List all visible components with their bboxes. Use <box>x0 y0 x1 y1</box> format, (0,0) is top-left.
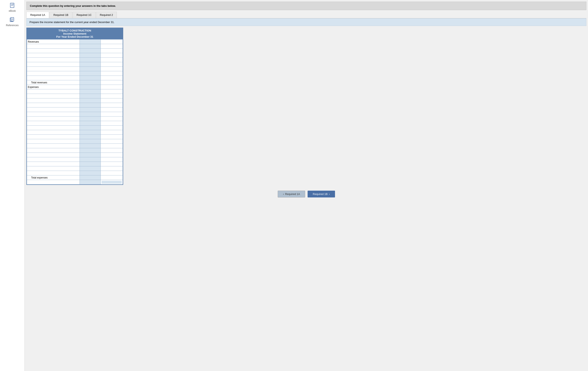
exp-val-input-13[interactable] <box>81 144 100 147</box>
table-row <box>27 162 123 166</box>
next-label: Required 1B <box>313 193 328 196</box>
rev-label-input-3[interactable] <box>31 54 79 57</box>
total-rev-res <box>101 80 123 85</box>
rev-val-1 <box>80 44 101 49</box>
exp-label-input-13[interactable] <box>31 144 79 147</box>
table-row <box>27 94 123 98</box>
rev-label-6 <box>27 67 80 71</box>
rev-label-input-2[interactable] <box>31 49 79 52</box>
rev-val-input-3[interactable] <box>81 54 100 57</box>
tab-required-1b[interactable]: Required 1B <box>49 12 72 18</box>
rev-label-input-4[interactable] <box>31 59 79 61</box>
exp-val-input-16[interactable] <box>81 158 100 161</box>
tab-required-1c[interactable]: Required 1C <box>73 12 95 18</box>
exp-val-input-2[interactable] <box>81 95 100 98</box>
exp-val-input-7[interactable] <box>81 117 100 120</box>
exp-val-input-19[interactable] <box>81 172 100 175</box>
table-row <box>27 171 123 175</box>
exp-label-input-14[interactable] <box>31 149 79 152</box>
tab-required-1a[interactable]: Required 1A <box>26 12 49 18</box>
revenues-header-row: Revenues <box>27 40 123 44</box>
table-row <box>27 103 123 107</box>
exp-val-input-10[interactable] <box>81 131 100 134</box>
svg-rect-0 <box>10 3 14 8</box>
exp-label-input-2[interactable] <box>31 95 79 98</box>
rev-label-2 <box>27 49 80 53</box>
rev-label-input-7[interactable] <box>31 72 79 75</box>
prev-label: Required 1A <box>285 193 300 196</box>
exp-val-input-3[interactable] <box>81 99 100 102</box>
exp-label-input-10[interactable] <box>31 131 79 134</box>
rev-label-input-5[interactable] <box>31 63 79 66</box>
exp-val-input-8[interactable] <box>81 122 100 125</box>
net-income-res-input[interactable] <box>102 181 122 184</box>
total-rev-input[interactable] <box>81 81 100 84</box>
rev-label-input-8[interactable] <box>31 77 79 80</box>
rev-val-input-5[interactable] <box>81 63 100 66</box>
rev-val-input-2[interactable] <box>81 49 100 52</box>
exp-val-input-6[interactable] <box>81 113 100 116</box>
rev-val-input-1[interactable] <box>81 45 100 48</box>
table-row <box>27 98 123 103</box>
exp-col3-header <box>101 85 123 89</box>
exp-label-input-11[interactable] <box>31 135 79 138</box>
rev-val-input-4[interactable] <box>81 59 100 61</box>
rev-val-input-6[interactable] <box>81 68 100 70</box>
table-row <box>27 49 123 53</box>
references-icon <box>9 16 16 23</box>
rev-val-3 <box>80 53 101 58</box>
rev-val-2 <box>80 49 101 53</box>
exp-label-input-5[interactable] <box>31 108 79 111</box>
exp-label-input-4[interactable] <box>31 104 79 107</box>
exp-val-input-12[interactable] <box>81 140 100 143</box>
exp-label-input-15[interactable] <box>31 154 79 156</box>
table-row <box>27 121 123 126</box>
exp-label-input-7[interactable] <box>31 117 79 120</box>
exp-label-input-8[interactable] <box>31 122 79 125</box>
exp-label-input-6[interactable] <box>31 113 79 116</box>
exp-label-input-9[interactable] <box>31 126 79 129</box>
exp-label-input-3[interactable] <box>31 99 79 102</box>
exp-val-input-15[interactable] <box>81 154 100 156</box>
exp-label-input-17[interactable] <box>31 163 79 165</box>
rev-label-input-1[interactable] <box>31 45 79 48</box>
exp-label-input-19[interactable] <box>31 172 79 175</box>
total-expenses-row: Total expenses <box>27 175 123 180</box>
prev-button[interactable]: ‹ Required 1A <box>278 191 305 197</box>
net-income-val-input[interactable] <box>81 181 100 184</box>
exp-label-input-1[interactable] <box>31 90 79 93</box>
table-row <box>27 126 123 130</box>
tab-required-2[interactable]: Required 2 <box>96 12 117 18</box>
exp-val-input-11[interactable] <box>81 135 100 138</box>
rev-label-input-6[interactable] <box>31 68 79 70</box>
exp-val-input-5[interactable] <box>81 108 100 111</box>
exp-label-input-16[interactable] <box>31 158 79 161</box>
revenues-label: Revenues <box>27 40 80 44</box>
net-income-label-input[interactable] <box>31 181 79 184</box>
revenues-col2-header <box>80 40 101 44</box>
rev-val-input-8[interactable] <box>81 77 100 80</box>
rev-label-5 <box>27 62 80 67</box>
exp-col2-header <box>80 85 101 89</box>
svg-rect-5 <box>11 18 14 21</box>
expenses-label: Expenses <box>27 85 80 89</box>
rev-res-5 <box>101 62 123 67</box>
exp-val-input-1[interactable] <box>81 90 100 93</box>
exp-val-input-9[interactable] <box>81 126 100 129</box>
exp-val-input-17[interactable] <box>81 163 100 165</box>
sidebar-item-ebook[interactable]: eBook <box>9 2 16 12</box>
rev-res-7 <box>101 71 123 76</box>
exp-val-input-18[interactable] <box>81 167 100 170</box>
rev-res-6 <box>101 67 123 71</box>
exp-label-input-18[interactable] <box>31 167 79 170</box>
exp-val-input-4[interactable] <box>81 104 100 107</box>
sub-instruction: Prepare the income statement for the cur… <box>26 18 586 26</box>
sidebar-item-references[interactable]: References <box>6 16 19 27</box>
exp-val-input-14[interactable] <box>81 149 100 152</box>
rev-val-input-7[interactable] <box>81 72 100 75</box>
ebook-icon <box>9 2 16 9</box>
total-exp-input[interactable] <box>81 176 100 179</box>
next-button[interactable]: Required 1B › <box>308 191 335 197</box>
rev-val-7 <box>80 71 101 76</box>
exp-label-input-12[interactable] <box>31 140 79 143</box>
